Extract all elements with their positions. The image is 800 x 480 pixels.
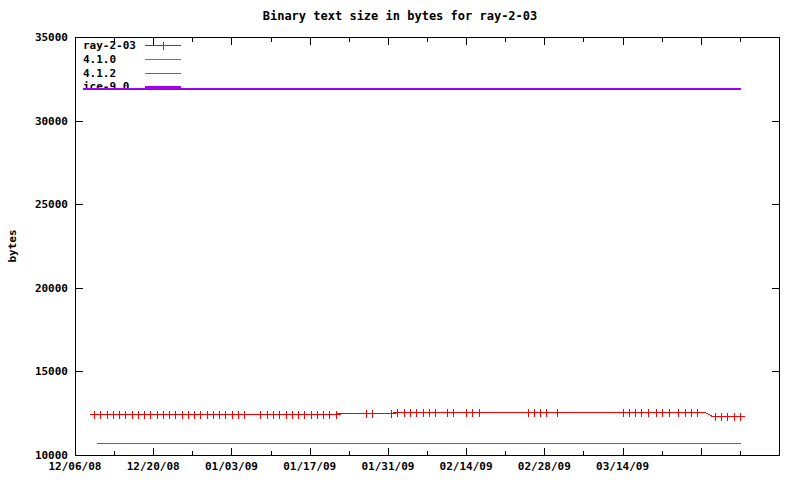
x-tick-label: 01/17/09 bbox=[283, 460, 336, 473]
series-marker-ray-2-03 bbox=[736, 413, 745, 421]
x-tick-label: 01/31/09 bbox=[361, 460, 414, 473]
y-tick-label: 35000 bbox=[35, 31, 68, 44]
x-tick-label: 03/14/09 bbox=[596, 460, 649, 473]
series-marker-ray-2-03 bbox=[368, 410, 377, 418]
x-tick-label: 12/20/08 bbox=[127, 460, 180, 473]
series-marker-ray-2-03 bbox=[449, 409, 458, 417]
legend-label-ice-9.0: ice-9.0 bbox=[83, 80, 129, 93]
series-marker-ray-2-03 bbox=[332, 411, 341, 419]
plot-border bbox=[76, 38, 780, 456]
legend-sample-marker-ray-2-03 bbox=[159, 42, 168, 50]
series-marker-ray-2-03 bbox=[475, 409, 484, 417]
series-marker-ray-2-03 bbox=[665, 409, 674, 417]
x-tick-label: 02/28/09 bbox=[518, 460, 571, 473]
gnuplot-chart-window: Binary text size in bytes for ray-2-03 b… bbox=[0, 0, 800, 480]
legend-label-ray-2-03: ray-2-03 bbox=[83, 39, 136, 52]
y-tick-label: 25000 bbox=[35, 198, 68, 211]
series-marker-ray-2-03 bbox=[387, 410, 396, 418]
legend-label-4.1.0: 4.1.0 bbox=[83, 53, 116, 66]
legend-label-4.1.2: 4.1.2 bbox=[83, 67, 116, 80]
y-tick-label: 15000 bbox=[35, 365, 68, 378]
series-marker-ray-2-03 bbox=[542, 409, 551, 417]
series-marker-ray-2-03 bbox=[240, 411, 249, 419]
x-tick-label: 12/06/08 bbox=[49, 460, 102, 473]
y-tick-label: 20000 bbox=[35, 282, 68, 295]
series-marker-ray-2-03 bbox=[553, 409, 562, 417]
series-marker-ray-2-03 bbox=[431, 409, 440, 417]
x-tick-label: 02/14/09 bbox=[440, 460, 493, 473]
plot-area: 10000150002000025000300003500012/06/0812… bbox=[0, 0, 800, 480]
y-tick-label: 30000 bbox=[35, 115, 68, 128]
series-marker-ray-2-03 bbox=[644, 409, 653, 417]
series-marker-ray-2-03 bbox=[693, 409, 702, 417]
x-tick-label: 01/03/09 bbox=[205, 460, 258, 473]
